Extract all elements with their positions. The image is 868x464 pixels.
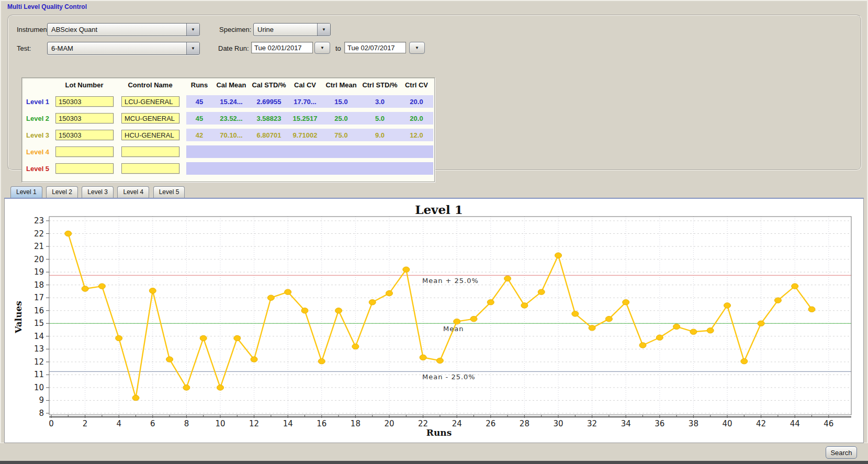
lot-number-field[interactable] <box>55 163 114 174</box>
chevron-down-icon[interactable]: ▼ <box>186 42 199 54</box>
runs-value: 45 <box>186 98 212 106</box>
svg-text:12: 12 <box>34 357 44 367</box>
control-name-field[interactable] <box>121 130 179 140</box>
svg-text:14: 14 <box>34 332 44 341</box>
ref-label-mean: Mean <box>443 325 464 333</box>
chevron-down-icon: ▼ <box>320 46 324 50</box>
stats-strip: 42 70.10... 6.80701 9.71002 75.0 9.0 12.… <box>186 129 433 141</box>
ctrl-std-value: 9.0 <box>360 131 400 139</box>
level-label: Level 2 <box>26 115 49 122</box>
control-name-field[interactable] <box>121 96 179 107</box>
levey-jennings-chart-panel: 8910111213141516171819202122230246810121… <box>4 198 864 443</box>
svg-text:36: 36 <box>655 419 664 428</box>
lot-number-field[interactable] <box>55 96 114 107</box>
tab-level-1[interactable]: Level 1 <box>10 186 42 198</box>
chevron-down-icon[interactable]: ▼ <box>317 24 330 36</box>
cal-mean-value: 15.24... <box>212 98 250 106</box>
date-from-field[interactable] <box>251 42 313 53</box>
cal-cv-value: 9.71002 <box>288 131 322 139</box>
tab-level-4[interactable]: Level 4 <box>117 186 149 198</box>
header-cal-mean: Cal Mean <box>212 81 250 89</box>
lot-number-field[interactable] <box>55 130 114 140</box>
svg-text:28: 28 <box>520 419 529 428</box>
control-name-field[interactable] <box>121 163 179 174</box>
instrument-value: ABSciex Quant <box>48 26 186 33</box>
multi-level-qc-window: { "window": { "title": "Multi Level Qual… <box>0 0 868 464</box>
control-name-field[interactable] <box>121 113 179 123</box>
svg-text:24: 24 <box>452 419 462 428</box>
date-to-dropdown-button[interactable]: ▼ <box>409 42 425 54</box>
cal-std-value: 2.69955 <box>250 98 288 106</box>
ctrl-std-value: 3.0 <box>360 98 400 106</box>
header-control-name: Control Name <box>121 81 179 89</box>
level-label: Level 3 <box>26 131 49 139</box>
ctrl-std-value: 5.0 <box>360 115 400 122</box>
bottom-action-bar: Search <box>0 443 868 461</box>
search-button[interactable]: Search <box>826 446 857 459</box>
tab-level-5[interactable]: Level 5 <box>153 186 185 198</box>
svg-text:13: 13 <box>34 344 44 354</box>
window-bottom-edge <box>0 461 868 464</box>
svg-text:40: 40 <box>722 419 732 428</box>
tab-level-2[interactable]: Level 2 <box>46 186 78 198</box>
instrument-select[interactable]: ABSciex Quant ▼ <box>47 23 200 36</box>
svg-text:42: 42 <box>756 419 766 428</box>
svg-text:8: 8 <box>184 419 189 428</box>
table-header-row: Lot Number Control Name Runs Cal Mean Ca… <box>22 81 434 92</box>
ref-label-mean-minus: Mean - 25.0% <box>422 373 476 381</box>
query-panel: Instrument: ABSciex Quant ▼ Specimen: Ur… <box>7 15 862 171</box>
svg-text:16: 16 <box>34 306 44 315</box>
chevron-down-icon[interactable]: ▼ <box>186 24 199 36</box>
ctrl-mean-value: 15.0 <box>322 98 360 106</box>
test-label: Test: <box>17 44 31 52</box>
svg-text:16: 16 <box>317 419 326 428</box>
chart-title: Level 1 <box>415 202 463 217</box>
svg-text:19: 19 <box>34 267 44 277</box>
date-to-field[interactable] <box>344 42 406 53</box>
header-ctrl-std: Ctrl STD/% <box>360 81 400 89</box>
runs-value: 42 <box>186 131 212 139</box>
svg-text:46: 46 <box>824 419 833 428</box>
cal-cv-value: 15.2517 <box>288 115 322 122</box>
svg-text:15: 15 <box>34 319 44 328</box>
table-row-level-5: Level 5 <box>22 162 434 176</box>
svg-text:23: 23 <box>34 216 44 225</box>
lot-number-field[interactable] <box>55 113 114 123</box>
lot-number-field[interactable] <box>55 146 114 157</box>
header-cal-cv: Cal CV <box>288 81 322 89</box>
svg-text:6: 6 <box>150 419 155 428</box>
ctrl-mean-value: 25.0 <box>322 115 360 122</box>
x-axis-label: Runs <box>426 427 452 438</box>
ref-label-mean-plus: Mean + 25.0% <box>422 277 479 285</box>
header-cal-std: Cal STD/% <box>250 81 288 89</box>
svg-text:10: 10 <box>215 419 225 428</box>
date-from-dropdown-button[interactable]: ▼ <box>314 42 330 54</box>
svg-text:34: 34 <box>621 419 631 428</box>
to-label: to <box>335 44 341 52</box>
chevron-down-icon: ▼ <box>415 46 419 50</box>
tab-level-3[interactable]: Level 3 <box>82 186 114 198</box>
svg-text:32: 32 <box>587 419 597 428</box>
test-select[interactable]: 6-MAM ▼ <box>47 42 200 55</box>
cal-mean-value: 70.10... <box>212 131 250 139</box>
svg-text:21: 21 <box>34 242 44 251</box>
svg-text:12: 12 <box>249 419 259 428</box>
qc-levels-table: Lot Number Control Name Runs Cal Mean Ca… <box>21 77 435 182</box>
svg-text:8: 8 <box>39 409 44 418</box>
svg-text:44: 44 <box>790 419 800 428</box>
specimen-select[interactable]: Urine ▼ <box>253 23 331 36</box>
test-value: 6-MAM <box>48 44 186 52</box>
runs-value: 45 <box>186 115 212 122</box>
svg-text:38: 38 <box>689 419 698 428</box>
level-label: Level 5 <box>26 165 49 173</box>
specimen-value: Urine <box>254 26 317 33</box>
date-run-label: Date Run: <box>218 44 249 52</box>
cal-cv-value: 17.70... <box>288 98 322 106</box>
svg-text:10: 10 <box>34 383 44 392</box>
ctrl-cv-value: 20.0 <box>400 98 433 106</box>
svg-text:17: 17 <box>34 293 44 302</box>
header-ctrl-mean: Ctrl Mean <box>322 81 360 89</box>
control-name-field[interactable] <box>121 146 179 157</box>
stats-strip: 45 23.52... 3.58823 15.2517 25.0 5.0 20.… <box>186 112 433 125</box>
header-runs: Runs <box>186 81 212 89</box>
